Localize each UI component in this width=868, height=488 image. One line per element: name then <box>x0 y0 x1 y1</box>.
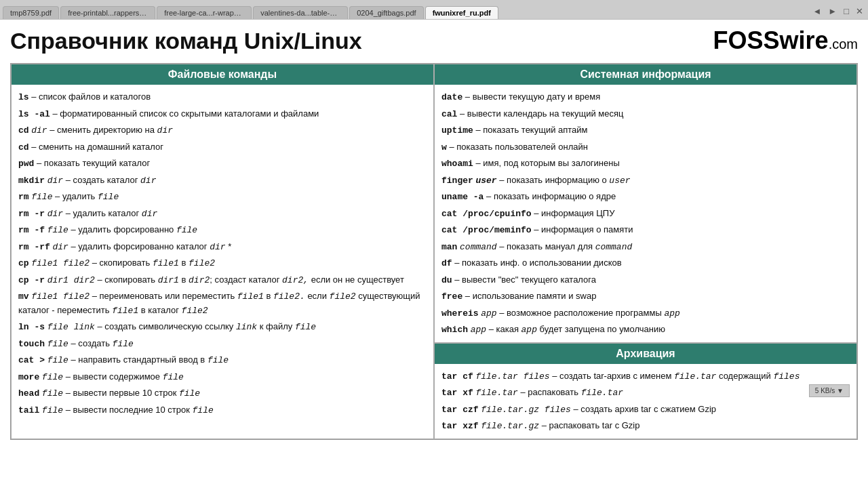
cmd-df: df – показать инф. о использовании диско… <box>441 255 850 272</box>
tab-controls: ◄ ► □ ✕ <box>810 6 865 19</box>
system-info-body: date – вывести текущую дату и время cal … <box>435 85 856 342</box>
cmd-uptime: uptime – показать текущий аптайм <box>441 122 850 139</box>
cmd-tar-xzf: tar xzf file.tar.gz – распаковать tar с … <box>441 418 850 434</box>
cmd-ls-al: ls -al – форматированный список со скрыт… <box>18 106 427 123</box>
cmd-finger: finger user – показать информацию о user <box>441 172 850 189</box>
tab-close[interactable]: ✕ <box>854 6 865 16</box>
brand-logo: FOSSwire.com <box>713 26 858 55</box>
cmd-free: free – использование памяти и swap <box>441 288 850 305</box>
cmd-tar-czf: tar czf file.tar.gz files – создать архи… <box>441 401 850 418</box>
cmd-cd: cd – сменить на домашний каталог <box>18 139 427 156</box>
cmd-date: date – вывести текущую дату и время <box>441 89 850 106</box>
page-title: Справочник команд Unix/Linux <box>10 28 362 54</box>
cmd-rm-rf: rm -rf dir – удалить форсированно катало… <box>18 239 427 256</box>
file-commands-section: Файловые команды ls – список файлов и ка… <box>11 64 434 439</box>
tab-5-active[interactable]: fwunixref_ru.pdf <box>425 6 498 19</box>
brand-name: FOSSwire <box>713 26 829 54</box>
cmd-cpuinfo: cat /proc/cpuinfo – информация ЦПУ <box>441 205 850 222</box>
archive-section: Архивация tar cf file.tar files – создат… <box>434 343 857 439</box>
cmd-cp: cp file1 file2 – скопировать file1 в fil… <box>18 255 427 272</box>
tab-1[interactable]: free-printabl...rappers-sm.pdf <box>60 6 155 19</box>
cmd-rm-r: rm -r dir – удалить каталог dir <box>18 205 427 222</box>
cmd-mkdir: mkdir dir – создать каталог dir <box>18 172 427 189</box>
tab-prev[interactable]: ◄ <box>810 6 823 16</box>
cmd-ls: ls – список файлов и каталогов <box>18 89 427 106</box>
cmd-more: more file – вывести содержимое file <box>18 369 427 386</box>
cmd-cp-r: cp -r dir1 dir2 – скопировать dir1 в dir… <box>18 272 427 289</box>
brand-suffix: .com <box>829 37 858 52</box>
cmd-cat-gt: cat > file – направить стандартный ввод … <box>18 352 427 369</box>
cmd-uname: uname -a – показать информацию о ядре <box>441 188 850 205</box>
cmd-ln-s: ln -s file link – создать символическую … <box>18 319 427 336</box>
cmd-rm-file: rm file – удалить file <box>18 188 427 205</box>
cmd-whereis: whereis app – возможное расположение про… <box>441 305 850 322</box>
cmd-whoami: whoami – имя, под которым вы залогинены <box>441 155 850 172</box>
cmd-tar-cf: tar cf file.tar files – создать tar-архи… <box>441 368 850 385</box>
system-info-section: Системная информация date – вывести теку… <box>434 64 857 343</box>
system-info-header: Системная информация <box>435 64 856 85</box>
tab-bar: tmp8759.pdf free-printabl...rappers-sm.p… <box>0 0 868 19</box>
cmd-tar-xf: tar xf file.tar – распаковать file.tar 5… <box>441 384 850 401</box>
tab-4[interactable]: 0204_giftbags.pdf <box>349 6 423 19</box>
cmd-tail: tail file – вывести последние 10 строк f… <box>18 402 427 419</box>
content-area: Справочник команд Unix/Linux FOSSwire.co… <box>0 20 868 488</box>
tab-0[interactable]: tmp8759.pdf <box>3 6 59 19</box>
cmd-which: which app – какая app будет запущена по … <box>441 321 850 338</box>
archive-header: Архивация <box>435 344 856 364</box>
cmd-man: man command – показать мануал для comman… <box>441 239 850 256</box>
cmd-touch: touch file – создать file <box>18 336 427 352</box>
cmd-head: head file – вывести первые 10 строк file <box>18 385 427 402</box>
tab-next[interactable]: ► <box>826 6 839 16</box>
file-commands-header: Файловые команды <box>12 64 433 85</box>
right-col: Системная информация date – вывести теку… <box>434 64 857 439</box>
archive-body: tar cf file.tar files – создать tar-архи… <box>435 364 856 439</box>
cmd-cal: cal – вывести календарь на текущий месяц <box>441 106 850 123</box>
tab-maximize[interactable]: □ <box>842 6 851 16</box>
cmd-pwd: pwd – показать текущий каталог <box>18 155 427 172</box>
main-table: Файловые команды ls – список файлов и ка… <box>10 63 858 440</box>
cmd-du: du – вывести "вес" текущего каталога <box>441 272 850 289</box>
browser-chrome: tmp8759.pdf free-printabl...rappers-sm.p… <box>0 0 868 20</box>
cmd-mv: mv file1 file2 – переименовать или перем… <box>18 288 427 319</box>
cmd-cd-dir: cd dir – сменить директорию на dir <box>18 122 427 139</box>
tab-3[interactable]: valentines-da...table-0110.pdf <box>253 6 348 19</box>
tab-2[interactable]: free-large-ca...r-wrappers.pdf <box>157 6 252 19</box>
page-header: Справочник команд Unix/Linux FOSSwire.co… <box>10 26 858 55</box>
cmd-rm-f: rm -f file – удалить форсированно file <box>18 222 427 239</box>
file-commands-body: ls – список файлов и каталогов ls -al – … <box>12 85 433 422</box>
cmd-meminfo: cat /proc/meminfo – информация о памяти <box>441 222 850 239</box>
cmd-w: w – показать пользователей онлайн <box>441 139 850 156</box>
